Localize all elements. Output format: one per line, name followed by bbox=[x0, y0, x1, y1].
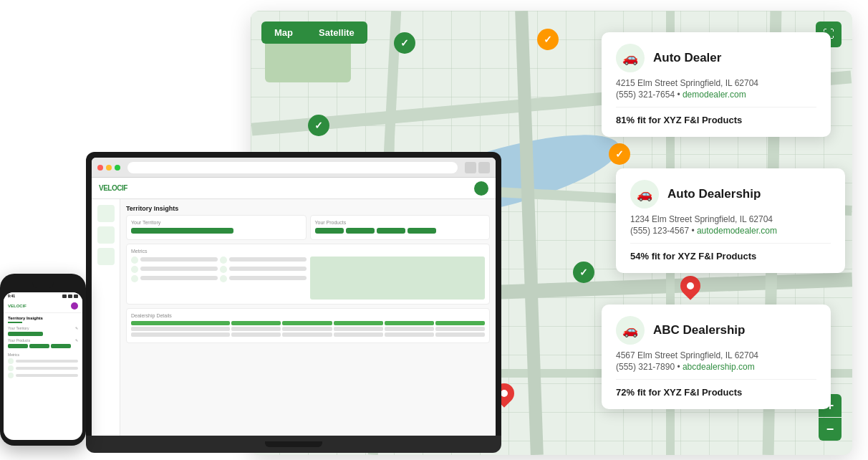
phone-metric-bar-2 bbox=[16, 367, 78, 370]
products-bars bbox=[315, 228, 486, 235]
browser-url-bar[interactable] bbox=[127, 162, 458, 173]
dealer-name-3: ABC Dealership bbox=[653, 323, 745, 337]
your-products-label: Your Products bbox=[315, 220, 486, 225]
phone-signal-icon bbox=[62, 294, 67, 298]
map-pin-green-check-1: ✓ bbox=[394, 32, 415, 58]
dealer-fit-3: 72% fit for XYZ F&I Products bbox=[616, 379, 816, 398]
territory-products-row: Your Territory Your Products bbox=[126, 215, 490, 244]
sidebar-icon-1[interactable] bbox=[97, 205, 115, 222]
phone-metric-row-2 bbox=[8, 365, 78, 371]
phone-content: Territory Insights Your Territory ✎ Your… bbox=[4, 313, 82, 440]
your-products-section: Your Products bbox=[310, 215, 491, 240]
phone-time: 9:41 bbox=[8, 294, 15, 298]
phone-products-label: Your Products ✎ bbox=[8, 338, 78, 342]
app-logo: VELOCIF bbox=[99, 184, 127, 192]
browser-close-dot bbox=[97, 165, 103, 171]
metric-icon-3 bbox=[131, 266, 138, 273]
phone-device: 9:41 VELOCIF Territory Insights bbox=[0, 274, 86, 446]
dealer-website-3[interactable]: abcdealership.com bbox=[683, 362, 755, 372]
satellite-view-button[interactable]: Satellite bbox=[306, 21, 367, 44]
map-pin-green-check-4: ✓ bbox=[573, 262, 594, 287]
dealer-website-2[interactable]: autodemodealer.com bbox=[697, 226, 777, 236]
phone-notch-bar bbox=[4, 279, 82, 291]
map-controls-top: Map Satellite bbox=[261, 21, 367, 44]
metric-icon-5 bbox=[131, 275, 138, 282]
dealer-card-2: 🚗 Auto Dealership 1234 Elm Street Spring… bbox=[616, 168, 845, 273]
phone-metric-bar-1 bbox=[16, 360, 78, 363]
metric-icon-4 bbox=[220, 266, 227, 273]
phone-metric-icon-1 bbox=[8, 358, 14, 364]
sidebar-icon-2[interactable] bbox=[97, 226, 115, 244]
zoom-out-button[interactable]: − bbox=[819, 418, 842, 441]
table-cell-r2-3 bbox=[282, 332, 332, 337]
app-page-title: Territory Insights bbox=[126, 205, 490, 212]
table-cell-r1-4 bbox=[334, 327, 383, 331]
dealership-details-section: Dealership Details bbox=[126, 308, 490, 343]
metric-bar-1 bbox=[140, 257, 218, 262]
metric-6 bbox=[220, 275, 307, 282]
phone-product-bar-2 bbox=[29, 344, 49, 348]
phone-products-bars bbox=[8, 344, 78, 350]
table-header-cell-4 bbox=[334, 321, 383, 325]
table-header-row bbox=[131, 321, 485, 325]
phone-notch bbox=[32, 282, 54, 288]
laptop-base bbox=[86, 436, 501, 453]
phone-user-avatar[interactable] bbox=[71, 302, 78, 310]
table-cell-r1-1 bbox=[131, 327, 230, 331]
map-pin-orange-check-1: ✓ bbox=[537, 29, 559, 54]
laptop-device: VELOCIF Territory Insights bbox=[86, 152, 501, 453]
metric-bar-3 bbox=[140, 267, 218, 271]
metric-5 bbox=[131, 275, 218, 282]
browser-maximize-dot bbox=[115, 165, 120, 171]
table-data-row-1 bbox=[131, 327, 485, 331]
app-toolbar: VELOCIF bbox=[92, 178, 496, 199]
table-header-cell-1 bbox=[131, 321, 230, 325]
table-data-row-2 bbox=[131, 332, 485, 337]
laptop-screen: VELOCIF Territory Insights bbox=[92, 158, 496, 436]
phone-territory-bar bbox=[8, 332, 43, 336]
dealer-address-2: 1234 Elm Street Springfield, IL 62704 bbox=[630, 214, 831, 224]
phone-metric-icon-2 bbox=[8, 365, 14, 371]
phone-product-bar-1 bbox=[8, 344, 28, 348]
map-pin-green-check-2: ✓ bbox=[308, 115, 329, 140]
phone-metric-row-3 bbox=[8, 373, 78, 378]
metric-bar-6 bbox=[229, 276, 307, 280]
phone-page-title: Territory Insights bbox=[8, 316, 78, 320]
browser-bar bbox=[92, 158, 496, 178]
metrics-mini-map bbox=[310, 257, 486, 300]
metric-icon-6 bbox=[220, 275, 227, 282]
table-cell-r2-6 bbox=[435, 332, 485, 337]
table-cell-r2-2 bbox=[231, 332, 281, 337]
table-cell-r1-3 bbox=[282, 327, 332, 331]
browser-action-1 bbox=[465, 162, 476, 173]
phone-battery-icon bbox=[74, 294, 78, 298]
dealer-contact-2: (555) 123-4567 • autodemodealer.com bbox=[630, 226, 831, 236]
dealership-details-label: Dealership Details bbox=[131, 313, 485, 318]
metrics-content bbox=[131, 257, 485, 300]
phone-metric-bar-3 bbox=[16, 374, 78, 377]
browser-action-2 bbox=[478, 162, 490, 173]
product-bar-2 bbox=[346, 228, 375, 234]
app-user-avatar[interactable] bbox=[474, 181, 488, 196]
dealer-address-1: 4215 Elm Street Springfield, IL 62704 bbox=[616, 78, 816, 88]
table-cell-r2-4 bbox=[334, 332, 383, 337]
map-pin-orange-check-2: ✓ bbox=[609, 143, 630, 169]
phone-app-header: VELOCIF bbox=[4, 300, 82, 313]
product-bar-4 bbox=[408, 228, 436, 234]
metrics-left bbox=[131, 257, 307, 300]
table-header-cell-2 bbox=[231, 321, 281, 325]
sidebar-icon-3[interactable] bbox=[97, 248, 115, 265]
laptop-screen-outer: VELOCIF Territory Insights bbox=[86, 152, 501, 436]
metric-bar-2 bbox=[229, 257, 307, 262]
metrics-label: Metrics bbox=[131, 249, 485, 254]
phone-app-logo: VELOCIF bbox=[8, 304, 26, 308]
dealer-address-3: 4567 Elm Street Springfield, IL 62704 bbox=[616, 350, 816, 360]
table-header-cell-3 bbox=[282, 321, 332, 325]
map-view-button[interactable]: Map bbox=[261, 21, 306, 44]
dealer-website-1[interactable]: demodealer.com bbox=[683, 90, 746, 100]
phone-wifi-icon bbox=[68, 294, 72, 298]
metrics-section: Metrics bbox=[126, 244, 490, 305]
dealer-card-1: 🚗 Auto Dealer 4215 Elm Street Springfiel… bbox=[602, 32, 831, 137]
phone-outer: 9:41 VELOCIF Territory Insights bbox=[0, 274, 86, 446]
dealer-name-1: Auto Dealer bbox=[653, 51, 721, 65]
